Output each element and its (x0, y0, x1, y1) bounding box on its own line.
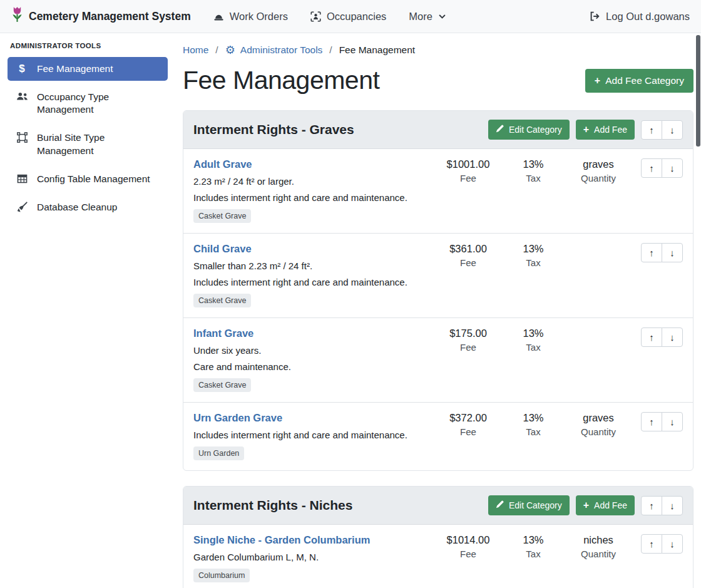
add-fee-category-button[interactable]: + Add Fee Category (585, 69, 693, 93)
category-header: Interment Rights - Niches Edit Category … (183, 487, 693, 525)
fee-type-badge: Columbarium (193, 569, 250, 582)
fee-amount-column: $361.00 Fee (437, 243, 499, 268)
breadcrumb-home-link[interactable]: Home (183, 44, 208, 56)
fee-description: Care and maintenance. (193, 361, 429, 372)
arrow-up-icon: ↑ (649, 125, 654, 135)
move-fee-down-button[interactable]: ↓ (662, 328, 683, 347)
tax-value: 13% (502, 158, 565, 170)
move-fee-down-button[interactable]: ↓ (662, 243, 683, 262)
move-category-up-button[interactable]: ↑ (641, 120, 662, 140)
fee-description: Includes interment right and care and ma… (193, 277, 429, 287)
vector-square-icon (15, 132, 29, 143)
fee-row: Infant Grave Under six years. Care and m… (183, 317, 693, 402)
nav-occupancies[interactable]: Occupancies (310, 11, 386, 23)
fee-type-badge: Casket Grave (193, 378, 251, 392)
arrow-down-icon: ↓ (670, 539, 675, 549)
sidebar-item-fee-management[interactable]: $ Fee Management (8, 57, 168, 81)
tax-value: 13% (502, 243, 565, 255)
arrow-down-icon: ↓ (670, 500, 675, 511)
app-brand: Cemetery Management System (11, 6, 191, 27)
tax-value: 13% (502, 412, 565, 424)
dollar-icon: $ (15, 63, 29, 75)
tax-value: 13% (502, 534, 565, 546)
category-header: Interment Rights - Graves Edit Category … (183, 111, 693, 149)
pencil-icon (496, 500, 504, 510)
fee-reorder-buttons: ↑ ↓ (641, 328, 683, 347)
fee-info: Infant Grave Under six years. Care and m… (193, 328, 434, 392)
move-fee-up-button[interactable]: ↑ (641, 328, 662, 347)
breadcrumb-separator: / (329, 44, 332, 56)
tax-label: Tax (502, 426, 565, 437)
sidebar-item-occupancy-type-management[interactable]: Occupancy Type Management (8, 85, 168, 121)
sidebar-item-burial-site-type-management[interactable]: Burial Site Type Management (8, 126, 168, 162)
add-fee-category-label: Add Fee Category (605, 75, 684, 86)
move-category-up-button[interactable]: ↑ (641, 496, 662, 515)
arrow-up-icon: ↑ (649, 247, 654, 258)
quantity-column: niches Quantity (567, 534, 630, 559)
occupancies-icon (310, 11, 321, 22)
nav-logout[interactable]: Log Out d.gowans (589, 11, 690, 23)
fee-reorder-buttons: ↑ ↓ (641, 534, 683, 554)
fee-name-link[interactable]: Adult Grave (193, 158, 252, 170)
edit-category-button[interactable]: Edit Category (488, 495, 570, 515)
quantity-unit: niches (567, 534, 630, 546)
category-card-graves: Interment Rights - Graves Edit Category … (183, 110, 693, 471)
fee-info: Urn Garden Grave Includes interment righ… (193, 412, 434, 460)
page-layout: ADMINISTRATOR TOOLS $ Fee Management Occ… (0, 33, 701, 588)
nav-work-orders[interactable]: Work Orders (213, 11, 288, 23)
add-fee-button[interactable]: + Add Fee (576, 495, 635, 515)
pencil-icon (496, 125, 504, 135)
fee-type-badge: Casket Grave (193, 294, 251, 307)
move-fee-down-button[interactable]: ↓ (662, 412, 683, 431)
fee-amount: $175.00 (437, 328, 499, 339)
arrow-down-icon: ↓ (670, 125, 675, 135)
fee-amount-column: $372.00 Fee (437, 412, 499, 437)
breadcrumb-separator: / (215, 44, 218, 56)
fee-row: Urn Garden Grave Includes interment righ… (183, 402, 693, 470)
move-fee-up-button[interactable]: ↑ (641, 412, 662, 431)
fee-description: Under six years. (193, 345, 429, 356)
tax-value: 13% (502, 328, 565, 339)
edit-category-label: Edit Category (509, 125, 562, 135)
sidebar-item-label: Database Cleanup (37, 201, 117, 214)
breadcrumb-admin-tools-link[interactable]: ⚙ Administrator Tools (225, 44, 323, 56)
fee-description: Garden Columbarium L, M, N. (193, 552, 429, 562)
quantity-label: Quantity (567, 549, 630, 559)
nav-logout-label: Log Out d.gowans (606, 11, 690, 23)
nav-more[interactable]: More (409, 11, 446, 23)
nav-more-label: More (409, 11, 432, 23)
fee-name-link[interactable]: Urn Garden Grave (193, 412, 282, 424)
tax-column: 13% Tax (502, 158, 565, 183)
tax-column: 13% Tax (502, 534, 565, 559)
arrow-up-icon: ↑ (649, 500, 654, 511)
move-category-down-button[interactable]: ↓ (662, 496, 683, 515)
top-navbar: Cemetery Management System Work Orders O… (0, 0, 701, 33)
fee-amount: $361.00 (437, 243, 499, 255)
arrow-up-icon: ↑ (649, 163, 654, 173)
move-fee-up-button[interactable]: ↑ (641, 158, 662, 178)
fee-name-link[interactable]: Infant Grave (193, 328, 253, 339)
app-title: Cemetery Management System (29, 10, 191, 23)
vertical-scrollbar-thumb[interactable] (696, 35, 700, 147)
fee-info: Child Grave Smaller than 2.23 m² / 24 ft… (193, 243, 434, 307)
move-fee-up-button[interactable]: ↑ (641, 243, 662, 262)
sidebar-item-config-table-management[interactable]: Config Table Management (8, 167, 168, 191)
page-title: Fee Management (183, 66, 379, 95)
plus-icon: + (595, 76, 600, 86)
broom-icon (15, 202, 29, 212)
chevron-down-icon (438, 13, 446, 21)
add-fee-button[interactable]: + Add Fee (576, 120, 635, 140)
move-fee-up-button[interactable]: ↑ (641, 534, 662, 554)
fee-name-link[interactable]: Single Niche - Garden Columbarium (193, 534, 370, 546)
move-category-down-button[interactable]: ↓ (662, 120, 683, 140)
move-fee-down-button[interactable]: ↓ (662, 534, 683, 554)
fee-description: Smaller than 2.23 m² / 24 ft². (193, 260, 429, 271)
quantity-unit: graves (567, 412, 630, 424)
tax-column: 13% Tax (502, 412, 565, 437)
move-fee-down-button[interactable]: ↓ (662, 158, 683, 178)
edit-category-button[interactable]: Edit Category (488, 120, 570, 140)
fee-reorder-buttons: ↑ ↓ (641, 243, 683, 262)
sidebar-item-database-cleanup[interactable]: Database Cleanup (8, 195, 168, 219)
fee-name-link[interactable]: Child Grave (193, 243, 252, 255)
tax-column: 13% Tax (502, 243, 565, 268)
